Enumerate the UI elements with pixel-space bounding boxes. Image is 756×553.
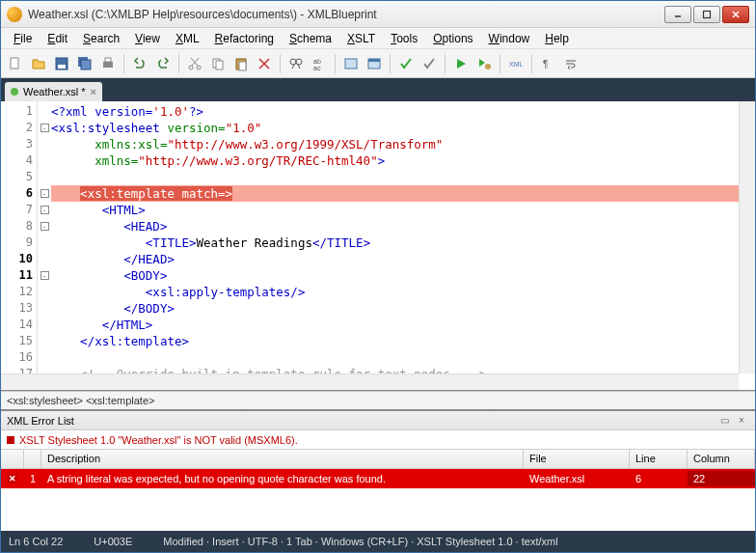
panel-close-icon[interactable]: × — [734, 414, 749, 428]
vertical-scrollbar[interactable] — [739, 101, 755, 373]
menu-xml[interactable]: XML — [169, 30, 206, 47]
horizontal-scrollbar[interactable] — [1, 373, 739, 390]
wrap-icon[interactable] — [560, 53, 581, 74]
replace-icon[interactable]: abac — [309, 53, 330, 74]
titlebar: Weather.xsl (C:\XMLBP Help\resources\doc… — [1, 1, 755, 28]
validate-icon[interactable] — [395, 53, 417, 74]
menu-schema[interactable]: Schema — [283, 30, 338, 47]
panel-minimize-icon[interactable]: ▭ — [716, 414, 732, 428]
close-button[interactable] — [722, 6, 749, 23]
check-icon[interactable] — [418, 53, 440, 74]
editor[interactable]: 1234567891011121314151617 ----- <?xml ve… — [1, 101, 755, 391]
svg-rect-14 — [216, 61, 223, 69]
tab-label: Weather.xsl * — [23, 86, 86, 97]
menu-search[interactable]: Search — [76, 30, 126, 47]
svg-text:ab: ab — [313, 58, 321, 65]
fold-gutter[interactable]: ----- — [38, 101, 51, 390]
tabstrip: Weather.xsl * × — [1, 78, 755, 101]
line-gutter: 1234567891011121314151617 — [1, 101, 38, 390]
breadcrumb[interactable]: <xsl:stylesheet> <xsl:template> — [1, 391, 755, 410]
svg-rect-23 — [368, 59, 380, 62]
menu-window[interactable]: Window — [482, 30, 537, 47]
paste-icon[interactable] — [230, 53, 252, 74]
fold-toggle[interactable]: - — [40, 271, 49, 280]
save-all-icon[interactable] — [74, 53, 95, 74]
panel1-icon[interactable] — [340, 53, 362, 74]
menu-edit[interactable]: Edit — [40, 30, 74, 47]
svg-rect-6 — [58, 65, 66, 69]
svg-point-18 — [296, 59, 302, 65]
xml-icon[interactable]: XML — [505, 53, 526, 74]
svg-rect-8 — [81, 60, 91, 69]
save-icon[interactable] — [51, 53, 72, 74]
menu-xslt[interactable]: XSLT — [340, 30, 382, 47]
svg-text:XML: XML — [509, 61, 524, 68]
menu-tools[interactable]: Tools — [384, 30, 424, 47]
menubar: FileEditSearchViewXMLRefactoringSchemaXS… — [1, 28, 755, 49]
tab-status-icon — [11, 88, 18, 96]
statusbar: Ln 6 Col 22 U+003E Modified · Insert · U… — [1, 531, 755, 552]
redo-icon[interactable] — [152, 53, 174, 74]
code-area[interactable]: <?xml version='1.0'?><xsl:stylesheet ver… — [51, 101, 755, 390]
menu-refactoring[interactable]: Refactoring — [208, 30, 281, 47]
undo-icon[interactable] — [129, 53, 150, 74]
format-icon[interactable]: ¶ — [537, 53, 558, 74]
open-icon[interactable] — [28, 53, 49, 74]
svg-rect-21 — [345, 59, 357, 69]
tab-weather[interactable]: Weather.xsl * × — [5, 82, 102, 101]
new-icon[interactable] — [5, 53, 26, 74]
status-unicode: U+003E — [94, 536, 132, 547]
fold-toggle[interactable]: - — [40, 124, 49, 132]
error-icon: ✕ — [7, 473, 18, 484]
svg-point-17 — [290, 59, 296, 65]
menu-options[interactable]: Options — [426, 30, 479, 47]
svg-text:ac: ac — [313, 65, 321, 71]
svg-text:¶: ¶ — [543, 59, 548, 69]
panel2-icon[interactable] — [364, 53, 385, 74]
run-settings-icon[interactable] — [473, 53, 495, 74]
window-title: Weather.xsl (C:\XMLBP Help\resources\doc… — [28, 8, 664, 21]
app-icon — [7, 7, 22, 22]
status-items: Modified · Insert · UTF-8 · 1 Tab · Wind… — [163, 536, 557, 547]
error-square-icon — [7, 436, 14, 444]
status-position: Ln 6 Col 22 — [9, 536, 63, 547]
svg-rect-4 — [11, 58, 18, 69]
svg-rect-16 — [239, 62, 246, 70]
menu-view[interactable]: View — [128, 30, 167, 47]
fold-toggle[interactable]: - — [40, 189, 49, 198]
find-icon[interactable] — [285, 53, 307, 74]
minimize-button[interactable] — [664, 6, 691, 23]
error-summary: XSLT Stylesheet 1.0 "Weather.xsl" is NOT… — [1, 430, 755, 450]
menu-help[interactable]: Help — [538, 30, 576, 47]
error-row[interactable]: ✕ 1 A string literal was expected, but n… — [1, 469, 755, 488]
print-icon[interactable] — [97, 53, 119, 74]
cut-icon[interactable] — [184, 53, 205, 74]
maximize-button[interactable] — [693, 6, 720, 23]
svg-point-12 — [197, 66, 201, 69]
menu-file[interactable]: File — [7, 30, 39, 47]
error-table-header: Description File Line Column — [1, 450, 755, 469]
copy-icon[interactable] — [207, 53, 229, 74]
svg-rect-9 — [103, 62, 113, 68]
delete-icon[interactable] — [254, 53, 275, 74]
svg-rect-10 — [105, 58, 111, 62]
tab-close-icon[interactable]: × — [91, 86, 96, 97]
svg-rect-1 — [704, 11, 711, 17]
toolbar: abac XML ¶ — [1, 49, 755, 78]
error-panel: XML Error List ▭ × XSLT Stylesheet 1.0 "… — [1, 410, 755, 531]
svg-point-24 — [485, 64, 491, 69]
run-icon[interactable] — [450, 53, 472, 74]
fold-toggle[interactable]: - — [40, 206, 49, 214]
error-panel-title: XML Error List — [7, 415, 74, 427]
fold-toggle[interactable]: - — [40, 222, 49, 231]
svg-point-11 — [189, 66, 193, 69]
